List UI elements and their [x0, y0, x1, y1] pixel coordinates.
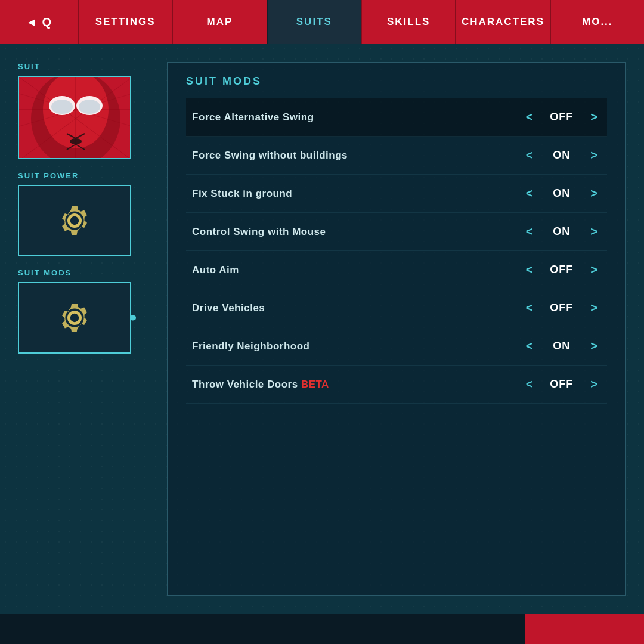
- panel-title: SUIT MODS: [186, 75, 607, 95]
- mod-name: Control Swing with Mouse: [192, 226, 518, 238]
- mod-value: ON: [548, 187, 575, 200]
- arrow-left[interactable]: <: [522, 185, 537, 202]
- svg-point-12: [79, 100, 100, 114]
- mod-value: OFF: [548, 111, 575, 123]
- sidebar: SUIT: [18, 62, 149, 596]
- arrow-right[interactable]: >: [587, 376, 601, 392]
- suit-power-box[interactable]: [18, 185, 131, 256]
- mod-name: Friendly Neighborhood: [192, 340, 518, 352]
- arrow-right[interactable]: >: [587, 147, 601, 163]
- bottom-bar: [0, 614, 644, 644]
- main-content: SUIT: [0, 44, 644, 614]
- suit-power-section: SUIT POWER: [18, 171, 149, 268]
- svg-point-13: [70, 138, 82, 144]
- mod-row[interactable]: Fix Stuck in ground<ON>: [186, 175, 607, 213]
- nav-bar: ◄ Q SETTINGS MAP SUITS SKILLS CHARACTERS…: [0, 0, 644, 44]
- arrow-right[interactable]: >: [587, 300, 601, 316]
- suit-mods-label: SUIT MODS: [18, 268, 149, 277]
- suit-image[interactable]: [18, 76, 131, 159]
- suit-section: SUIT: [18, 62, 149, 171]
- mod-name: Throw Vehicle Doors BETA: [192, 379, 518, 391]
- arrow-right[interactable]: >: [587, 109, 601, 125]
- mod-value: OFF: [548, 302, 575, 314]
- mod-name: Drive Vehicles: [192, 302, 518, 314]
- mod-row[interactable]: Drive Vehicles<OFF>: [186, 289, 607, 327]
- mod-row[interactable]: Control Swing with Mouse<ON>: [186, 213, 607, 251]
- tab-more[interactable]: MO...: [550, 0, 644, 44]
- mod-value: ON: [548, 225, 575, 238]
- mod-value: ON: [548, 340, 575, 352]
- tab-suits[interactable]: SUITS: [267, 0, 361, 44]
- mod-row[interactable]: Throw Vehicle Doors BETA<OFF>: [186, 366, 607, 404]
- arrow-left[interactable]: <: [522, 376, 537, 392]
- beta-label: BETA: [301, 379, 329, 390]
- tab-characters[interactable]: CHARACTERS: [455, 0, 549, 44]
- arrow-left[interactable]: <: [522, 300, 537, 316]
- arrow-left[interactable]: <: [522, 338, 537, 354]
- mod-rows-container: Force Alternative Swing<OFF>Force Swing …: [186, 98, 607, 404]
- arrow-left[interactable]: <: [522, 147, 537, 163]
- mod-name: Force Alternative Swing: [192, 112, 518, 123]
- mod-value: ON: [548, 149, 575, 162]
- mod-row[interactable]: Auto Aim<OFF>: [186, 251, 607, 289]
- svg-point-11: [51, 100, 73, 114]
- tab-map[interactable]: MAP: [172, 0, 266, 44]
- mod-name: Fix Stuck in ground: [192, 188, 518, 200]
- gear-icon: [57, 203, 92, 239]
- mod-value: OFF: [548, 378, 575, 391]
- suit-mods-panel: SUIT MODS Force Alternative Swing<OFF>Fo…: [167, 62, 626, 596]
- suit-label: SUIT: [18, 62, 149, 71]
- arrow-left[interactable]: <: [522, 109, 537, 125]
- tab-skills[interactable]: SKILLS: [361, 0, 455, 44]
- arrow-right[interactable]: >: [587, 262, 601, 278]
- tab-settings[interactable]: SETTINGS: [78, 0, 172, 44]
- mod-row[interactable]: Force Swing without buildings<ON>: [186, 137, 607, 175]
- bottom-bar-right: [525, 614, 644, 644]
- suit-mods-section: SUIT MODS: [18, 268, 149, 366]
- back-button[interactable]: ◄ Q: [0, 0, 78, 44]
- mod-name: Auto Aim: [192, 264, 518, 276]
- mod-value: OFF: [548, 264, 575, 276]
- mod-row[interactable]: Force Alternative Swing<OFF>: [186, 98, 607, 137]
- arrow-right[interactable]: >: [587, 224, 601, 240]
- arrow-right[interactable]: >: [587, 185, 601, 202]
- mod-name: Force Swing without buildings: [192, 150, 518, 162]
- arrow-left[interactable]: <: [522, 224, 537, 240]
- gear-icon: [57, 300, 92, 336]
- suit-power-label: SUIT POWER: [18, 171, 149, 180]
- arrow-left[interactable]: <: [522, 262, 537, 278]
- mod-row[interactable]: Friendly Neighborhood<ON>: [186, 327, 607, 366]
- suit-mods-box[interactable]: [18, 282, 131, 354]
- arrow-right[interactable]: >: [587, 338, 601, 354]
